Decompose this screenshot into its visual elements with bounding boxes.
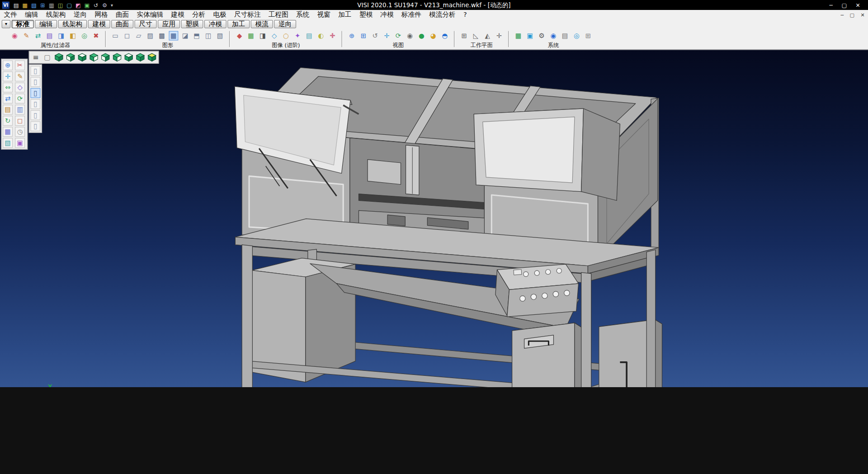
menu-item-15[interactable]: 加工: [335, 10, 356, 19]
ambient-occlusion-icon[interactable]: ○: [281, 31, 291, 40]
menu-item-20[interactable]: ?: [459, 10, 471, 19]
shaded-edges-icon[interactable]: ▦: [169, 31, 178, 40]
quick-access-dropdown-icon[interactable]: ▾: [111, 3, 113, 8]
chart-view-icon[interactable]: ◓: [440, 31, 449, 40]
zoom-window-icon[interactable]: ⊞: [359, 31, 368, 40]
attr-magnet-icon[interactable]: ◉: [10, 31, 19, 40]
menu-item-2[interactable]: 编辑: [21, 10, 42, 19]
view-normal-icon[interactable]: ◉: [405, 31, 415, 40]
wireframe-icon[interactable]: ▱: [134, 31, 143, 40]
tab-加工[interactable]: 加工: [227, 20, 250, 28]
workplane-xy-icon[interactable]: ⊞: [459, 31, 469, 40]
system-config-icon[interactable]: ⊞: [584, 31, 593, 40]
doc-minimize-button[interactable]: ─: [840, 12, 844, 17]
tab-标准[interactable]: 标准: [12, 20, 34, 28]
menu-item-7[interactable]: 实体编辑: [133, 10, 167, 19]
monitor-icon[interactable]: ▣: [83, 1, 91, 9]
attr-painter-icon[interactable]: ✎: [22, 31, 31, 40]
tab-编辑[interactable]: 编辑: [35, 20, 57, 28]
settings-icon[interactable]: ⚙: [101, 1, 108, 9]
cplane-entity-icon[interactable]: ▯: [30, 110, 40, 120]
reflections-icon[interactable]: ◇: [269, 31, 279, 40]
notes-icon[interactable]: ▥: [15, 104, 25, 114]
erase-entity-icon[interactable]: ◻: [15, 116, 25, 126]
exposure-icon[interactable]: ◐: [316, 31, 326, 40]
menu-item-18[interactable]: 标准件: [397, 10, 425, 19]
modify-entity-icon[interactable]: ◇: [15, 82, 25, 92]
shaded-icon[interactable]: ▩: [157, 31, 167, 40]
render-hq-icon[interactable]: ◆: [235, 31, 244, 40]
tab-塑膜[interactable]: 塑膜: [181, 20, 203, 28]
perspective-view-icon[interactable]: ⬒: [192, 31, 202, 40]
viewport-canvas[interactable]: ≡▢ ⊕✂✛✎⇔◇⇄⟳▤▥↻◻▦◷▧▣ ▯▯▯▯▯▯ Y X Z A: [0, 50, 868, 387]
menu-item-11[interactable]: 尺寸标注: [230, 10, 264, 19]
menu-item-6[interactable]: 曲面: [112, 10, 133, 19]
trim-cut-icon[interactable]: ✂: [15, 60, 25, 70]
globe-shade-icon[interactable]: ●: [417, 31, 426, 40]
menu-item-19[interactable]: 模流分析: [425, 10, 459, 19]
menu-item-5[interactable]: 网格: [91, 10, 112, 19]
doc-new-icon[interactable]: ▤: [12, 1, 20, 9]
tab-冲模[interactable]: 冲模: [204, 20, 226, 28]
cplane-top-icon[interactable]: ▯: [30, 66, 40, 76]
menu-item-1[interactable]: 文件: [0, 10, 21, 19]
menu-item-3[interactable]: 线架构: [42, 10, 70, 19]
cplane-right-icon[interactable]: ▯: [30, 88, 40, 98]
workplane-entity-icon[interactable]: ◺: [471, 31, 481, 40]
history-icon[interactable]: ◷: [15, 127, 25, 137]
snap-point-icon[interactable]: ✛: [3, 71, 13, 81]
palette-icon[interactable]: ◩: [74, 1, 82, 9]
maximize-button[interactable]: ▢: [841, 2, 847, 8]
sketch-pencil-icon[interactable]: ✎: [15, 71, 25, 81]
view-front-icon[interactable]: [65, 52, 75, 62]
view-left-icon[interactable]: [100, 52, 111, 62]
menu-item-17[interactable]: 冲模: [377, 10, 398, 19]
post-effects-icon[interactable]: ✚: [328, 31, 337, 40]
shading-off-icon[interactable]: ◻: [123, 31, 132, 40]
view-bottom-icon[interactable]: [123, 52, 134, 62]
view-menu-icon[interactable]: ≡: [30, 52, 41, 62]
tab-曲面[interactable]: 曲面: [111, 20, 133, 28]
clipboard-view-icon[interactable]: ▭: [111, 31, 120, 40]
menu-item-16[interactable]: 塑模: [355, 10, 377, 19]
close-button[interactable]: ✕: [856, 2, 860, 8]
menu-item-12[interactable]: 工程图: [264, 10, 292, 19]
zoom-previous-icon[interactable]: ↺: [370, 31, 380, 40]
menu-item-14[interactable]: 视窗: [313, 10, 335, 19]
system-gear-icon[interactable]: ⚙: [537, 31, 547, 40]
ray-trace-icon[interactable]: ✦: [293, 31, 302, 40]
doc-close-button[interactable]: ✕: [860, 12, 864, 17]
view-isometric-icon[interactable]: [54, 52, 64, 62]
view-back-icon[interactable]: [112, 52, 122, 62]
tab-尺寸[interactable]: 尺寸: [135, 20, 157, 28]
system-snap-icon[interactable]: ◉: [548, 31, 558, 40]
workplane-3points-icon[interactable]: ◭: [483, 31, 492, 40]
filter-type-icon[interactable]: ◧: [68, 31, 78, 40]
zoom-fit-icon[interactable]: ⊕: [347, 31, 357, 40]
tab-dropdown-icon[interactable]: ▾: [2, 20, 11, 28]
system-monitor-icon[interactable]: ▣: [525, 31, 535, 40]
menu-item-10[interactable]: 电极: [209, 10, 231, 19]
zoom-select-icon[interactable]: ⊕: [3, 60, 13, 70]
textures-icon[interactable]: ▦: [246, 31, 256, 40]
dynamic-pan-icon[interactable]: ⇔: [3, 82, 13, 92]
hidden-line-icon[interactable]: ▨: [146, 31, 155, 40]
doc-restore-button[interactable]: ▢: [850, 12, 854, 17]
doc-save-icon[interactable]: ▧: [30, 1, 38, 9]
doc-save-all-icon[interactable]: ⊞: [39, 1, 47, 9]
system-table-icon[interactable]: ▤: [560, 31, 570, 40]
menu-item-9[interactable]: 分析: [188, 10, 209, 19]
screenshot-icon[interactable]: ▢: [65, 1, 73, 9]
view-axonometric-icon[interactable]: [146, 52, 157, 62]
menu-item-4[interactable]: 逆向: [70, 10, 91, 19]
rotate-entity-icon[interactable]: ⟳: [15, 94, 25, 104]
view-isometric-2-icon[interactable]: [135, 52, 146, 62]
doc-open-icon[interactable]: ▦: [21, 1, 29, 9]
undo-icon[interactable]: ↺: [92, 1, 99, 9]
render-box-icon[interactable]: ▢: [42, 52, 52, 62]
system-grid-icon[interactable]: ▦: [514, 31, 523, 40]
workplane-dynamic-icon[interactable]: ✛: [494, 31, 504, 40]
reset-filter-icon[interactable]: ✖: [91, 31, 101, 40]
filter-layers-icon[interactable]: ▤: [45, 31, 54, 40]
move-copy-icon[interactable]: ⇄: [3, 94, 13, 104]
